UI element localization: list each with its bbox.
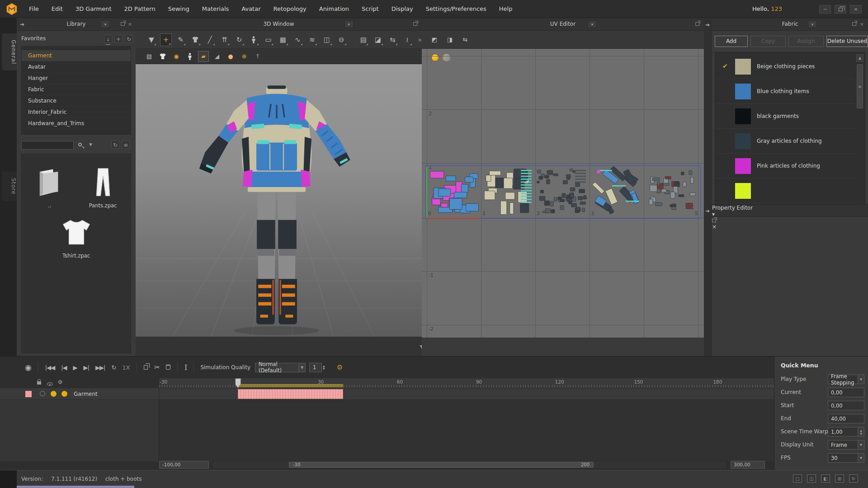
grid-tool[interactable]: ▦ bbox=[277, 33, 288, 46]
close-button[interactable]: × bbox=[850, 5, 862, 14]
menu-animation[interactable]: Animation bbox=[319, 5, 349, 12]
fold-arrangement-tool[interactable]: ⇈ bbox=[219, 33, 230, 46]
greeting-text[interactable]: Hello, 123 bbox=[752, 5, 782, 12]
library-item-parent-folder[interactable]: .. bbox=[28, 167, 71, 209]
insert-cursor-button[interactable]: I bbox=[184, 363, 187, 372]
uv-texture-toggle2-icon[interactable] bbox=[443, 54, 450, 61]
uv-garment-snapshot-icon[interactable]: ◨ bbox=[444, 34, 455, 45]
two-pane-icon[interactable]: ◫ bbox=[807, 474, 816, 483]
flatten-tool[interactable]: ◫ bbox=[321, 33, 332, 46]
go-end-button[interactable]: ▶▶| bbox=[95, 364, 105, 371]
display-unit-select[interactable]: Frame▼ bbox=[828, 440, 864, 450]
fabric-item-5[interactable] bbox=[715, 178, 855, 203]
favorite-hardware_and_trims[interactable]: Hardware_and_Trims bbox=[22, 118, 131, 129]
cut-animation-button[interactable]: ✂ bbox=[154, 363, 160, 371]
fabric-item-3[interactable]: Gray articles of clothing bbox=[715, 129, 855, 154]
scroll-thumb[interactable]: ≡ bbox=[857, 64, 863, 108]
speed-button[interactable]: 1X bbox=[122, 364, 130, 371]
fabric-color-swatch[interactable] bbox=[735, 84, 751, 99]
edit-pattern-tool[interactable]: ✎ bbox=[175, 33, 186, 46]
library-search-input[interactable] bbox=[21, 141, 74, 150]
quad-pane-icon[interactable]: ⊞ bbox=[835, 474, 844, 483]
show-garment-icon[interactable] bbox=[157, 51, 168, 62]
fabric-color-swatch[interactable] bbox=[735, 133, 751, 149]
menu-sewing[interactable]: Sewing bbox=[168, 5, 189, 12]
favorite-avatar[interactable]: Avatar bbox=[22, 61, 131, 73]
start-input[interactable]: 0,00 bbox=[828, 401, 864, 410]
show-seamlines-icon[interactable]: ◉ bbox=[171, 51, 182, 62]
uv-texture-snapshot-icon[interactable]: ◩ bbox=[429, 34, 440, 45]
fabric-item-0[interactable]: ✔Beige clothing pieces bbox=[715, 54, 855, 79]
library-item-pants-zpac[interactable]: Pants.zpac bbox=[81, 167, 125, 209]
browser-refresh-icon[interactable]: ↻ bbox=[111, 141, 119, 149]
dropdown-arrow-icon[interactable]: ▼ bbox=[298, 363, 305, 372]
fps-select[interactable]: 30▼ bbox=[828, 453, 864, 463]
library-import-icon[interactable]: ↓ bbox=[104, 35, 112, 43]
fabric-color-swatch[interactable] bbox=[735, 59, 751, 75]
play-button[interactable]: ▶ bbox=[73, 364, 77, 371]
search-icon[interactable] bbox=[78, 143, 82, 146]
measure-tool[interactable]: ⊖ bbox=[336, 33, 347, 46]
simulation-quality-select[interactable]: Normal (Default)▼ bbox=[255, 363, 306, 372]
move-tool[interactable]: + bbox=[160, 33, 172, 46]
reset-layout-icon[interactable]: ↻ bbox=[849, 474, 858, 483]
loop-button[interactable]: ↻ bbox=[111, 364, 116, 371]
fabric-color-swatch[interactable] bbox=[735, 108, 751, 124]
library-item-tshirt-zpac[interactable]: Tshirt.zpac bbox=[55, 217, 98, 259]
pleats-tool[interactable]: ▤ bbox=[358, 33, 369, 46]
delete-animation-button[interactable] bbox=[166, 364, 170, 371]
fabric-scrollbar[interactable]: ▲ ≡ ▼ bbox=[856, 54, 863, 212]
property-collapse-icon[interactable]: ➔ bbox=[705, 208, 710, 214]
menu-edit[interactable]: Edit bbox=[52, 5, 63, 12]
sound-icon[interactable]: Φ bbox=[58, 379, 62, 385]
show-gizmo-icon[interactable]: ↑ bbox=[252, 51, 263, 62]
tab-store[interactable]: Store bbox=[2, 172, 17, 201]
range-min-box[interactable]: -100,00 bbox=[159, 461, 209, 469]
add-button[interactable]: Add bbox=[715, 36, 748, 47]
property-editor-dropdown[interactable]: ▾ bbox=[712, 211, 868, 217]
uv-editor-float-icon[interactable] bbox=[695, 21, 699, 27]
uv-texture-toggle-icon[interactable] bbox=[431, 54, 439, 61]
fabric-float-icon[interactable] bbox=[852, 21, 856, 27]
eye-icon[interactable] bbox=[47, 381, 53, 387]
spinner-arrows-icon[interactable]: ▲▼ bbox=[858, 427, 864, 436]
menu-retopology[interactable]: Retopology bbox=[274, 5, 307, 12]
menu-script[interactable]: Script bbox=[362, 5, 379, 12]
copy-animation-button[interactable] bbox=[144, 364, 148, 371]
library-add-icon[interactable]: + bbox=[114, 35, 123, 43]
sewing-tool[interactable]: ∿ bbox=[292, 33, 303, 46]
library-float-icon[interactable] bbox=[121, 21, 125, 27]
steam-tool[interactable]: ≀ bbox=[401, 33, 413, 46]
fabric-color-swatch[interactable] bbox=[735, 158, 751, 174]
favorite-garment[interactable]: Garment bbox=[22, 50, 131, 61]
show-map-icon[interactable]: ⊕ bbox=[239, 51, 250, 62]
single-pane-icon[interactable]: □ bbox=[793, 474, 802, 483]
keyframe-bar[interactable] bbox=[238, 389, 343, 399]
dropdown-arrow-icon[interactable]: ▼ bbox=[858, 375, 864, 384]
track-keydot-1[interactable] bbox=[51, 391, 57, 397]
avatar-tool[interactable] bbox=[248, 33, 259, 46]
fabric-color-swatch[interactable] bbox=[735, 183, 751, 199]
browser-listview-icon[interactable]: ≡ bbox=[122, 141, 130, 149]
scroll-up-icon[interactable]: ▲ bbox=[856, 54, 863, 62]
current-input[interactable]: 0,00 bbox=[828, 388, 864, 397]
show-avatar-icon[interactable] bbox=[184, 51, 195, 62]
favorite-fabric[interactable]: Fabric bbox=[22, 84, 131, 95]
restore-button[interactable] bbox=[835, 5, 846, 14]
fabric-item-1[interactable]: Blue clothing items bbox=[715, 79, 855, 104]
menu-help[interactable]: Help bbox=[499, 5, 513, 12]
scene-time-warp-spinner[interactable]: 1,00▲▼ bbox=[828, 427, 864, 436]
menu-display[interactable]: Display bbox=[392, 5, 413, 12]
fabric-menu-dropdown[interactable]: ▾ bbox=[808, 20, 817, 28]
prev-frame-button[interactable]: |◀ bbox=[61, 364, 66, 371]
menu-file[interactable]: File bbox=[29, 5, 39, 12]
show-head-icon[interactable]: ● bbox=[225, 51, 236, 62]
favorite-interior_fabric[interactable]: Interior_Fabric bbox=[22, 107, 131, 118]
uv-editor-menu-dropdown[interactable]: ▾ bbox=[588, 20, 597, 28]
3d-window-menu-dropdown[interactable]: ▾ bbox=[344, 20, 354, 28]
pin-move-tool[interactable]: ⇆ bbox=[387, 33, 398, 46]
range-max-box[interactable]: 300,00 bbox=[731, 461, 765, 469]
simulate-tool[interactable]: ▼ bbox=[146, 33, 157, 46]
menu-settings-preferences[interactable]: Settings/Preferences bbox=[426, 5, 486, 12]
favorite-substance[interactable]: Substance bbox=[22, 95, 131, 107]
